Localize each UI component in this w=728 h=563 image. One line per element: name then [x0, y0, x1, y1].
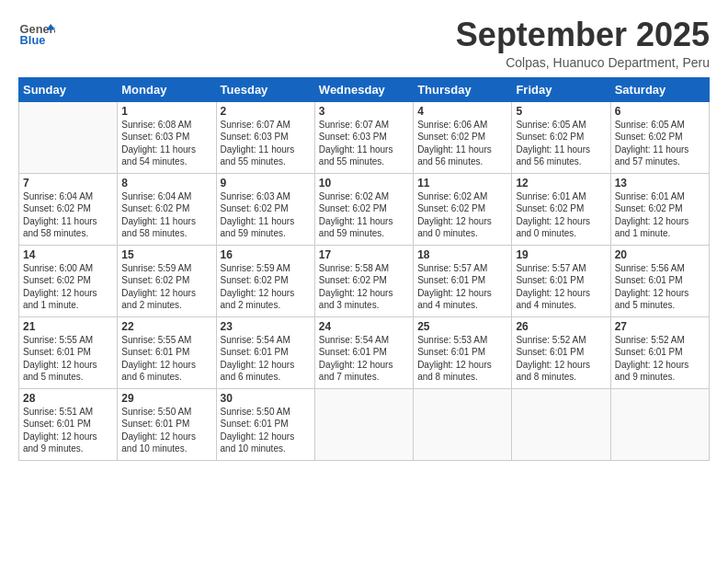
day-cell: 10Sunrise: 6:02 AMSunset: 6:02 PMDayligh… [314, 173, 413, 245]
day-info: Sunrise: 5:58 AMSunset: 6:02 PMDaylight:… [319, 262, 409, 312]
day-number: 13 [615, 177, 705, 190]
day-number: 17 [319, 248, 409, 261]
day-info: Sunrise: 5:57 AMSunset: 6:01 PMDaylight:… [516, 262, 606, 312]
day-cell: 28Sunrise: 5:51 AMSunset: 6:01 PMDayligh… [19, 388, 118, 460]
day-info: Sunrise: 5:59 AMSunset: 6:02 PMDaylight:… [121, 262, 211, 312]
day-number: 4 [417, 105, 507, 118]
logo-icon: General Blue [18, 17, 55, 53]
day-number: 30 [221, 392, 311, 405]
day-number: 20 [615, 248, 705, 261]
day-info: Sunrise: 6:04 AMSunset: 6:02 PMDaylight:… [121, 190, 211, 240]
day-number: 23 [221, 320, 311, 333]
day-number: 6 [615, 105, 705, 118]
day-info: Sunrise: 5:57 AMSunset: 6:01 PMDaylight:… [417, 262, 507, 312]
day-cell: 16Sunrise: 5:59 AMSunset: 6:02 PMDayligh… [216, 245, 314, 316]
day-cell: 15Sunrise: 5:59 AMSunset: 6:02 PMDayligh… [118, 245, 216, 316]
day-info: Sunrise: 5:51 AMSunset: 6:01 PMDaylight:… [23, 406, 113, 455]
day-number: 11 [417, 177, 507, 190]
weekday-header-row: SundayMondayTuesdayWednesdayThursdayFrid… [19, 77, 710, 101]
week-row-1: 1Sunrise: 6:08 AMSunset: 6:03 PMDaylight… [19, 101, 710, 173]
day-number: 18 [417, 248, 507, 261]
day-cell: 4Sunrise: 6:06 AMSunset: 6:02 PMDaylight… [414, 101, 512, 173]
day-number: 24 [319, 320, 409, 333]
day-info: Sunrise: 5:52 AMSunset: 6:01 PMDaylight:… [615, 334, 705, 384]
week-row-2: 7Sunrise: 6:04 AMSunset: 6:02 PMDaylight… [19, 173, 710, 245]
day-number: 21 [23, 320, 113, 333]
day-number: 16 [221, 248, 311, 261]
weekday-header-friday: Friday [512, 77, 610, 101]
day-cell: 12Sunrise: 6:01 AMSunset: 6:02 PMDayligh… [512, 173, 610, 245]
day-info: Sunrise: 5:55 AMSunset: 6:01 PMDaylight:… [23, 334, 113, 384]
day-number: 1 [121, 105, 211, 118]
day-number: 29 [121, 392, 211, 405]
day-number: 15 [121, 248, 211, 261]
day-info: Sunrise: 6:08 AMSunset: 6:03 PMDaylight:… [121, 119, 211, 168]
day-cell: 18Sunrise: 5:57 AMSunset: 6:01 PMDayligh… [414, 245, 512, 316]
day-cell [19, 101, 118, 173]
page: General Blue September 2025 Colpas, Huan… [0, 0, 728, 563]
day-cell: 23Sunrise: 5:54 AMSunset: 6:01 PMDayligh… [216, 316, 314, 388]
day-cell: 2Sunrise: 6:07 AMSunset: 6:03 PMDaylight… [216, 101, 314, 173]
day-cell: 30Sunrise: 5:50 AMSunset: 6:01 PMDayligh… [216, 388, 314, 460]
week-row-4: 21Sunrise: 5:55 AMSunset: 6:01 PMDayligh… [19, 316, 710, 388]
day-cell [314, 388, 413, 460]
day-cell [512, 388, 610, 460]
day-number: 22 [121, 320, 211, 333]
day-cell [610, 388, 709, 460]
weekday-header-sunday: Sunday [19, 77, 118, 101]
day-info: Sunrise: 6:02 AMSunset: 6:02 PMDaylight:… [319, 190, 409, 240]
day-cell: 24Sunrise: 5:54 AMSunset: 6:01 PMDayligh… [314, 316, 413, 388]
day-info: Sunrise: 6:05 AMSunset: 6:02 PMDaylight:… [516, 119, 606, 168]
day-info: Sunrise: 6:03 AMSunset: 6:02 PMDaylight:… [221, 190, 311, 240]
month-title: September 2025 [456, 17, 710, 53]
day-number: 25 [417, 320, 507, 333]
day-number: 12 [516, 177, 606, 190]
day-cell: 7Sunrise: 6:04 AMSunset: 6:02 PMDaylight… [19, 173, 118, 245]
day-number: 28 [23, 392, 113, 405]
day-number: 27 [615, 320, 705, 333]
logo: General Blue [18, 17, 55, 53]
day-cell: 9Sunrise: 6:03 AMSunset: 6:02 PMDaylight… [216, 173, 314, 245]
day-cell: 11Sunrise: 6:02 AMSunset: 6:02 PMDayligh… [414, 173, 512, 245]
day-info: Sunrise: 6:01 AMSunset: 6:02 PMDaylight:… [615, 190, 705, 240]
day-cell: 29Sunrise: 5:50 AMSunset: 6:01 PMDayligh… [118, 388, 216, 460]
day-info: Sunrise: 6:07 AMSunset: 6:03 PMDaylight:… [221, 119, 311, 168]
day-number: 7 [23, 177, 113, 190]
day-info: Sunrise: 5:50 AMSunset: 6:01 PMDaylight:… [221, 406, 311, 455]
calendar: SundayMondayTuesdayWednesdayThursdayFrid… [18, 77, 710, 461]
weekday-header-tuesday: Tuesday [216, 77, 314, 101]
day-cell [414, 388, 512, 460]
week-row-5: 28Sunrise: 5:51 AMSunset: 6:01 PMDayligh… [19, 388, 710, 460]
day-info: Sunrise: 6:02 AMSunset: 6:02 PMDaylight:… [417, 190, 507, 240]
day-cell: 21Sunrise: 5:55 AMSunset: 6:01 PMDayligh… [19, 316, 118, 388]
svg-text:Blue: Blue [20, 33, 46, 47]
day-number: 8 [121, 177, 211, 190]
day-cell: 8Sunrise: 6:04 AMSunset: 6:02 PMDaylight… [118, 173, 216, 245]
weekday-header-wednesday: Wednesday [314, 77, 413, 101]
weekday-header-saturday: Saturday [610, 77, 709, 101]
day-info: Sunrise: 6:05 AMSunset: 6:02 PMDaylight:… [615, 119, 705, 168]
day-cell: 27Sunrise: 5:52 AMSunset: 6:01 PMDayligh… [610, 316, 709, 388]
day-cell: 3Sunrise: 6:07 AMSunset: 6:03 PMDaylight… [314, 101, 413, 173]
day-cell: 14Sunrise: 6:00 AMSunset: 6:02 PMDayligh… [19, 245, 118, 316]
day-cell: 5Sunrise: 6:05 AMSunset: 6:02 PMDaylight… [512, 101, 610, 173]
day-info: Sunrise: 6:01 AMSunset: 6:02 PMDaylight:… [516, 190, 606, 240]
day-cell: 1Sunrise: 6:08 AMSunset: 6:03 PMDaylight… [118, 101, 216, 173]
day-cell: 6Sunrise: 6:05 AMSunset: 6:02 PMDaylight… [610, 101, 709, 173]
day-info: Sunrise: 5:52 AMSunset: 6:01 PMDaylight:… [516, 334, 606, 384]
day-info: Sunrise: 5:54 AMSunset: 6:01 PMDaylight:… [319, 334, 409, 384]
day-cell: 26Sunrise: 5:52 AMSunset: 6:01 PMDayligh… [512, 316, 610, 388]
title-block: September 2025 Colpas, Huanuco Departmen… [456, 17, 710, 70]
day-number: 14 [23, 248, 113, 261]
week-row-3: 14Sunrise: 6:00 AMSunset: 6:02 PMDayligh… [19, 245, 710, 316]
day-cell: 13Sunrise: 6:01 AMSunset: 6:02 PMDayligh… [610, 173, 709, 245]
header: General Blue September 2025 Colpas, Huan… [18, 17, 710, 70]
location: Colpas, Huanuco Department, Peru [456, 55, 710, 70]
day-number: 3 [319, 105, 409, 118]
day-number: 26 [516, 320, 606, 333]
day-cell: 20Sunrise: 5:56 AMSunset: 6:01 PMDayligh… [610, 245, 709, 316]
day-info: Sunrise: 5:54 AMSunset: 6:01 PMDaylight:… [221, 334, 311, 384]
day-number: 10 [319, 177, 409, 190]
day-info: Sunrise: 6:00 AMSunset: 6:02 PMDaylight:… [23, 262, 113, 312]
day-info: Sunrise: 6:06 AMSunset: 6:02 PMDaylight:… [417, 119, 507, 168]
